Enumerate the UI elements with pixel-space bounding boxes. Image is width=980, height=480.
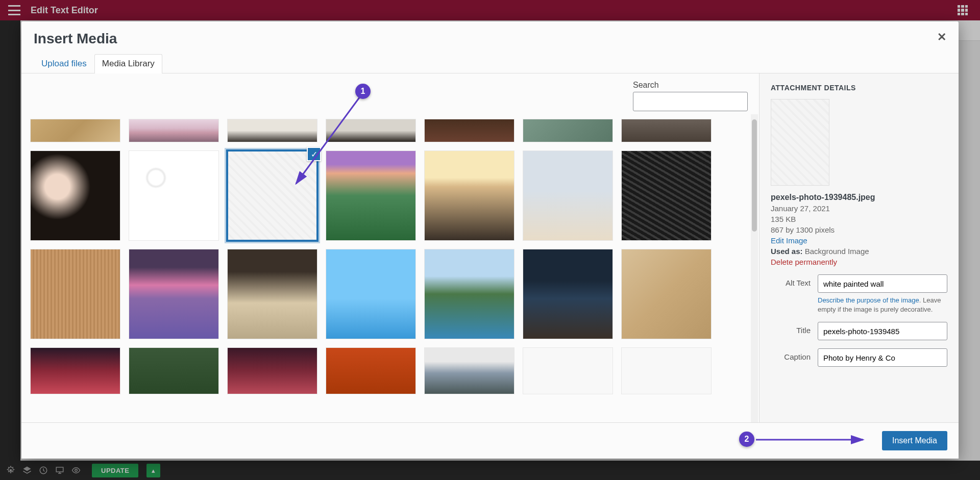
media-thumb[interactable] <box>228 249 317 339</box>
modal-header: Insert Media ✕ <box>21 21 959 47</box>
media-thumb[interactable] <box>228 348 317 394</box>
sidebar-heading: ATTACHMENT DETAILS <box>771 84 947 92</box>
edit-image-link[interactable]: Edit Image <box>771 236 947 245</box>
attachment-details-sidebar: ATTACHMENT DETAILS pexels-photo-1939485.… <box>760 73 959 422</box>
alt-text-help: Describe the purpose of the image. Leave… <box>818 296 947 314</box>
search-label: Search <box>633 81 659 90</box>
media-thumb[interactable] <box>129 119 218 142</box>
attachment-size: 135 KB <box>771 215 947 223</box>
insert-media-modal: Insert Media ✕ Upload files Media Librar… <box>21 21 959 459</box>
check-icon: ✓ <box>307 147 321 161</box>
modal-title: Insert Media <box>34 31 946 47</box>
insert-media-button[interactable]: Insert Media <box>882 431 947 450</box>
media-thumb[interactable] <box>129 348 218 394</box>
media-grid[interactable]: ✓ <box>21 114 759 422</box>
media-thumb[interactable] <box>129 249 218 339</box>
alt-text-input[interactable] <box>818 274 947 293</box>
media-thumb[interactable] <box>326 249 415 339</box>
tab-upload-files[interactable]: Upload files <box>34 54 94 73</box>
title-label: Title <box>771 322 818 335</box>
media-thumb[interactable] <box>523 348 612 394</box>
media-thumb[interactable] <box>129 151 218 240</box>
attachment-preview <box>771 99 829 186</box>
attachment-filename: pexels-photo-1939485.jpeg <box>771 193 947 202</box>
media-thumb[interactable] <box>326 119 415 142</box>
media-thumb[interactable] <box>425 249 514 339</box>
search-input[interactable] <box>633 92 748 111</box>
alt-help-link[interactable]: Describe the purpose of the image <box>818 296 919 304</box>
tab-media-library[interactable]: Media Library <box>94 54 162 73</box>
attachment-date: January 27, 2021 <box>771 204 947 213</box>
modal-body: Search ✓ <box>21 73 959 422</box>
media-thumb[interactable] <box>622 119 711 142</box>
media-thumb[interactable] <box>425 151 514 240</box>
media-thumb[interactable] <box>31 348 120 394</box>
media-thumb[interactable] <box>31 119 120 142</box>
media-thumb[interactable] <box>622 249 711 339</box>
annotation-bubble-2: 2 <box>739 432 754 447</box>
media-main: Search ✓ <box>21 73 760 422</box>
title-input[interactable] <box>818 322 947 340</box>
media-thumb[interactable] <box>31 249 120 339</box>
media-thumb[interactable] <box>622 348 711 394</box>
annotation-bubble-1: 1 <box>355 84 371 99</box>
used-as-line: Used as: Background Image <box>771 247 947 256</box>
modal-footer: Insert Media <box>21 422 959 459</box>
caption-label: Caption <box>771 348 818 361</box>
alt-text-field: Alt Text Describe the purpose of the ima… <box>771 274 947 314</box>
media-thumb[interactable] <box>326 151 415 240</box>
caption-input[interactable] <box>818 348 947 367</box>
search-row: Search <box>21 73 759 114</box>
media-thumb[interactable] <box>31 151 120 240</box>
attachment-dimensions: 867 by 1300 pixels <box>771 225 947 234</box>
close-icon[interactable]: ✕ <box>937 31 946 44</box>
media-thumb[interactable] <box>523 151 612 240</box>
media-thumb[interactable] <box>523 249 612 339</box>
delete-permanently-link[interactable]: Delete permanently <box>771 258 947 266</box>
media-thumb[interactable] <box>425 119 514 142</box>
media-thumb[interactable] <box>326 348 415 394</box>
scrollbar-thumb[interactable] <box>752 119 757 232</box>
scrollbar-track[interactable] <box>751 114 758 422</box>
title-field: Title <box>771 322 947 340</box>
caption-field: Caption <box>771 348 947 367</box>
alt-text-label: Alt Text <box>771 274 818 287</box>
media-thumb[interactable] <box>228 119 317 142</box>
media-thumb[interactable] <box>425 348 514 394</box>
media-thumb-selected[interactable]: ✓ <box>228 151 317 240</box>
modal-tabs: Upload files Media Library <box>21 47 959 73</box>
media-thumb[interactable] <box>622 151 711 240</box>
media-thumb[interactable] <box>523 119 612 142</box>
